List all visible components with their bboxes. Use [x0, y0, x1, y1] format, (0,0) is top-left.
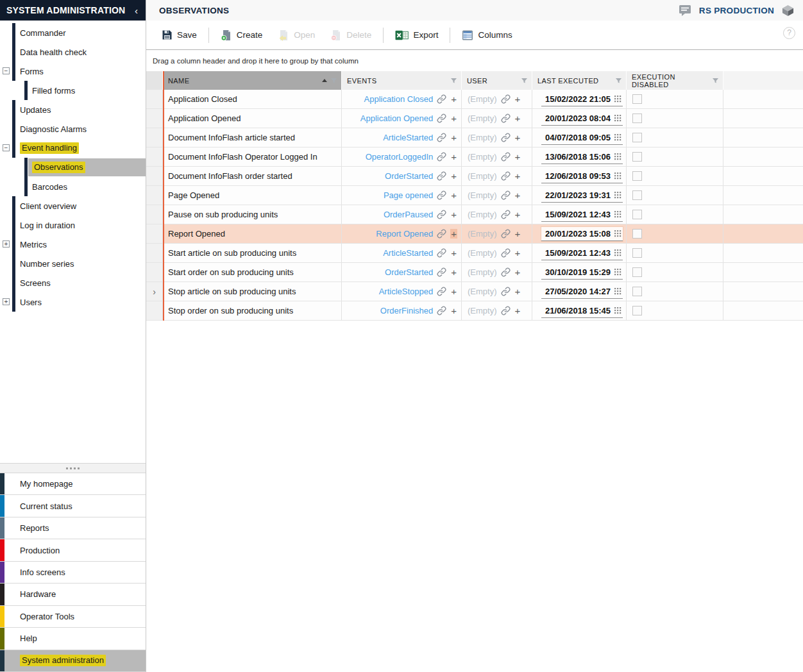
date-picker-grid-icon[interactable]	[614, 191, 621, 199]
last-executed-field[interactable]: 15/09/2021 12:43	[541, 246, 623, 260]
date-picker-grid-icon[interactable]	[614, 268, 621, 276]
add-event-icon[interactable]: +	[450, 113, 457, 123]
add-user-icon[interactable]: +	[514, 190, 521, 200]
add-user-icon[interactable]: +	[514, 152, 521, 162]
name-cell[interactable]: Start order on sub producing units	[163, 263, 342, 281]
nav-item-hardware[interactable]: Hardware	[0, 584, 146, 605]
name-cell[interactable]: Report Opened	[163, 224, 342, 243]
filter-funnel-icon[interactable]	[330, 78, 337, 84]
table-row[interactable]: Page OpenedPage opened+(Empty)+22/01/202…	[146, 186, 803, 205]
add-user-icon[interactable]: +	[514, 229, 521, 239]
event-link[interactable]: OrderStarted	[385, 171, 433, 181]
date-picker-grid-icon[interactable]	[614, 114, 621, 122]
sidebar-item-updates[interactable]: Updates	[0, 100, 146, 119]
column-header-events[interactable]: EVENTS	[342, 71, 462, 90]
execution-disabled-checkbox[interactable]	[632, 267, 642, 277]
link-event-icon[interactable]	[437, 287, 446, 296]
sidebar-item-event-handling[interactable]: −Event handling	[0, 139, 146, 158]
name-cell[interactable]: Document InfoFlash order started	[163, 167, 342, 185]
last-executed-field[interactable]: 22/01/2023 19:31	[541, 189, 623, 203]
link-user-icon[interactable]	[501, 287, 511, 296]
date-picker-grid-icon[interactable]	[614, 153, 621, 160]
add-user-icon[interactable]: +	[514, 248, 521, 258]
add-user-icon[interactable]: +	[514, 133, 521, 142]
link-user-icon[interactable]	[501, 306, 511, 315]
link-event-icon[interactable]	[437, 171, 446, 181]
sidebar-item-data-health-check[interactable]: Data health check	[0, 42, 146, 62]
table-row[interactable]: ›Stop article on sub producing unitsArti…	[146, 282, 803, 301]
name-cell[interactable]: Pause on sub producing units	[163, 205, 342, 224]
date-picker-grid-icon[interactable]	[614, 249, 621, 256]
table-row[interactable]: Start article on sub producing unitsArti…	[146, 244, 803, 263]
link-event-icon[interactable]	[437, 113, 446, 123]
last-executed-field[interactable]: 04/07/2018 09:05	[541, 131, 623, 145]
sidebar-item-log-in-duration[interactable]: Log in duration	[0, 215, 146, 235]
row-gutter[interactable]	[146, 301, 163, 320]
name-cell[interactable]: Application Opened	[163, 109, 342, 128]
add-event-icon[interactable]: +	[450, 171, 457, 181]
filter-funnel-icon[interactable]	[615, 78, 622, 84]
nav-item-my-homepage[interactable]: My homepage	[0, 473, 146, 495]
nav-item-system-administration[interactable]: System administration	[0, 650, 146, 672]
name-cell[interactable]: Start article on sub producing units	[163, 244, 342, 262]
execution-disabled-checkbox[interactable]	[632, 229, 642, 239]
link-user-icon[interactable]	[501, 210, 511, 219]
event-link[interactable]: ArticleStopped	[379, 287, 434, 296]
link-event-icon[interactable]	[437, 190, 446, 200]
link-user-icon[interactable]	[501, 113, 511, 123]
add-event-icon[interactable]: +	[450, 267, 457, 277]
event-link[interactable]: Application Opened	[360, 113, 433, 123]
name-cell[interactable]: Document InfoFlash Operator Logged In	[163, 147, 342, 166]
add-event-icon[interactable]: +	[450, 190, 457, 200]
last-executed-field[interactable]: 27/05/2020 14:27	[541, 285, 623, 299]
link-event-icon[interactable]	[437, 94, 446, 104]
columns-button[interactable]: Columns	[454, 26, 520, 45]
table-row[interactable]: Document InfoFlash article startedArticl…	[146, 128, 803, 147]
execution-disabled-checkbox[interactable]	[632, 248, 642, 258]
sidebar-item-barcodes[interactable]: Barcodes	[0, 177, 146, 196]
create-button[interactable]: Create	[213, 26, 271, 45]
sidebar-item-number-series[interactable]: Number series	[0, 254, 146, 273]
save-button[interactable]: Save	[154, 26, 205, 44]
sidebar-item-metrics[interactable]: +Metrics	[0, 235, 146, 254]
link-user-icon[interactable]	[501, 267, 511, 277]
table-row[interactable]: Stop order on sub producing unitsOrderFi…	[146, 301, 803, 321]
last-executed-field[interactable]: 13/06/2018 15:06	[541, 150, 623, 164]
row-gutter[interactable]	[146, 109, 163, 128]
name-cell[interactable]: Document InfoFlash article started	[163, 128, 342, 147]
link-user-icon[interactable]	[501, 152, 511, 162]
column-header-user[interactable]: USER	[462, 71, 532, 90]
execution-disabled-checkbox[interactable]	[632, 152, 642, 162]
column-header-execution-disabled[interactable]: EXECUTION DISABLED	[627, 71, 723, 90]
nav-item-help[interactable]: Help	[0, 628, 146, 650]
nav-item-info-screens[interactable]: Info screens	[0, 562, 146, 584]
last-executed-field[interactable]: 15/09/2021 12:43	[541, 208, 623, 222]
add-user-icon[interactable]: +	[514, 171, 521, 181]
group-by-bar[interactable]: Drag a column header and drop it here to…	[146, 50, 803, 71]
row-gutter[interactable]	[146, 147, 163, 166]
date-picker-grid-icon[interactable]	[614, 230, 621, 237]
add-event-icon[interactable]: +	[450, 210, 457, 219]
execution-disabled-checkbox[interactable]	[632, 190, 642, 200]
add-event-icon[interactable]: +	[450, 306, 457, 315]
row-gutter[interactable]	[146, 263, 163, 281]
add-user-icon[interactable]: +	[514, 306, 521, 315]
event-link[interactable]: OrderStarted	[385, 267, 433, 277]
name-cell[interactable]: Stop order on sub producing units	[163, 301, 342, 320]
name-cell[interactable]: Stop article on sub producing units	[163, 282, 342, 301]
filter-funnel-icon[interactable]	[450, 78, 457, 84]
nav-item-operator-tools[interactable]: Operator Tools	[0, 606, 146, 628]
link-event-icon[interactable]	[437, 229, 446, 239]
add-event-icon[interactable]: +	[450, 248, 457, 258]
add-user-icon[interactable]: +	[514, 287, 521, 296]
sidebar-item-diagnostic-alarms[interactable]: Diagnostic Alarms	[0, 119, 146, 139]
link-event-icon[interactable]	[437, 133, 446, 142]
add-user-icon[interactable]: +	[514, 94, 521, 104]
column-header-name[interactable]: NAME	[163, 71, 342, 90]
feedback-bubble-icon[interactable]	[679, 4, 691, 16]
table-row[interactable]: Report OpenedReport Opened+(Empty)+20/01…	[146, 224, 803, 244]
sidebar-item-forms[interactable]: −Forms	[0, 62, 146, 81]
date-picker-grid-icon[interactable]	[614, 172, 621, 180]
sidebar-item-screens[interactable]: Screens	[0, 273, 146, 292]
link-event-icon[interactable]	[437, 267, 446, 277]
